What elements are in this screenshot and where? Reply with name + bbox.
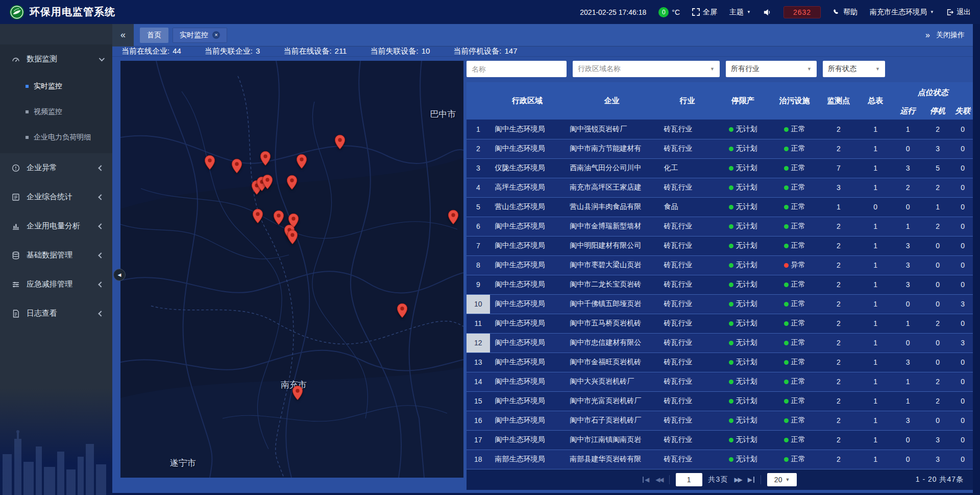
table-row[interactable]: 12阆中生态环境局阆中市忠信建材有限公砖瓦行业无计划正常21003 (467, 333, 973, 352)
chevron-left-icon (98, 311, 104, 316)
alarm-count-badge[interactable]: 2632 (783, 6, 821, 18)
sidebar-section-data-monitoring[interactable]: 数据监测 (0, 44, 112, 74)
tab-realtime-monitoring[interactable]: 实时监控× (173, 28, 227, 43)
table-row[interactable]: 2阆中生态环境局阆中市南方节能建材有砖瓦行业无计划正常21030 (467, 139, 973, 158)
sidebar-item-realtime-monitoring[interactable]: 实时监控 (0, 74, 112, 99)
table-row[interactable]: 13阆中生态环境局阆中市金福旺页岩机砖砖瓦行业无计划正常21300 (467, 352, 973, 372)
table-row[interactable]: 1阆中生态环境局阆中强锐页岩砖厂砖瓦行业无计划正常21120 (467, 120, 973, 139)
cell-company: 阆中市江南镇阆南页岩 (565, 430, 658, 450)
status-dot-icon (729, 282, 733, 287)
facility-status-text: 正常 (791, 455, 805, 463)
sidebar-item-power-load-detail[interactable]: 企业电力负荷明细 (0, 125, 112, 150)
table-row[interactable]: 10阆中生态环境局阆中千佛镇五郎垭页岩砖瓦行业无计划正常21003 (467, 294, 973, 314)
stat-label: 当前停机设备: (453, 46, 501, 56)
map-pin-icon[interactable] (397, 303, 408, 320)
map-pin-icon[interactable] (260, 151, 271, 168)
alarm-speaker[interactable] (763, 9, 771, 16)
cell-facility-status: 正常 (770, 178, 819, 197)
tabs-scroll-left-button[interactable]: « (112, 24, 134, 46)
cell-stop: 2 (923, 391, 952, 411)
table-row[interactable]: 4高坪生态环境局南充市高坪区王家店建砖瓦行业无计划正常31220 (467, 178, 973, 197)
org-dropdown[interactable]: 南充市生态环境局 ▼ (870, 8, 934, 17)
sidebar-section-power-analysis[interactable]: 企业用电量分析 (0, 211, 112, 241)
row-number: 13 (467, 352, 490, 372)
table-row[interactable]: 6阆中生态环境局阆中市金博瑞新型墙材砖瓦行业无计划正常21120 (467, 217, 973, 236)
header-disconnected[interactable]: 失联 (952, 103, 973, 120)
map-pin-icon[interactable] (273, 210, 284, 227)
fullscreen-button[interactable]: 全屏 (692, 8, 717, 17)
map-pin-icon[interactable] (448, 209, 459, 226)
map-pin-icon[interactable] (231, 158, 242, 175)
status-select[interactable]: 所有状态 ▼ (823, 61, 885, 77)
theme-dropdown[interactable]: 主题 ▼ (729, 8, 751, 17)
table-row[interactable]: 17阆中生态环境局阆中市江南镇阆南页岩砖瓦行业无计划正常21030 (467, 430, 973, 450)
table-row[interactable]: 16阆中生态环境局阆中市石子页岩机砖厂砖瓦行业无计划正常21300 (467, 411, 973, 430)
map-pin-icon[interactable] (204, 155, 215, 172)
pager-next-icon[interactable]: ▶▶ (734, 477, 741, 483)
cell-limit-status: 无计划 (716, 294, 770, 314)
header-company[interactable]: 企业 (565, 82, 658, 120)
cell-stop: 0 (923, 236, 952, 255)
sidebar-section-basic-data[interactable]: 基础数据管理 (0, 241, 112, 270)
header-facility-status[interactable]: 治污设施 (770, 82, 819, 120)
cell-region: 阆中生态环境局 (490, 236, 565, 255)
cell-run: 0 (893, 450, 922, 469)
table-row[interactable]: 15阆中生态环境局阆中市光富页岩机砖厂砖瓦行业无计划正常21120 (467, 391, 973, 411)
tabs-scroll-right-button[interactable]: » (925, 31, 929, 40)
table-row[interactable]: 11阆中生态环境局阆中市五马桥页岩机砖砖瓦行业无计划正常21120 (467, 314, 973, 333)
pager-first-icon[interactable]: ◀ (643, 477, 649, 483)
cell-facility-status: 正常 (770, 411, 819, 430)
map-pin-icon[interactable] (292, 385, 303, 402)
page-number-input[interactable] (676, 473, 702, 486)
map-pin-icon[interactable] (252, 208, 263, 225)
header-total-meters[interactable]: 总表 (858, 82, 893, 120)
map-pin-icon[interactable] (296, 154, 307, 171)
header-stopped[interactable]: 停机 (923, 103, 952, 120)
header-industry[interactable]: 行业 (659, 82, 716, 120)
sidebar-section-enterprise-abnormal[interactable]: 企业异常 (0, 153, 112, 182)
table-row[interactable]: 18南部生态环境局南部县建华页岩砖有限砖瓦行业无计划正常21030 (467, 450, 973, 469)
sidebar-section-label: 数据监测 (27, 54, 99, 64)
header-limit-status[interactable]: 停限产 (716, 82, 770, 120)
table-row[interactable]: 9阆中生态环境局阆中市二龙长宝页岩砖砖瓦行业无计划正常21300 (467, 275, 973, 294)
sidebar-section-log-view[interactable]: 日志查看 (0, 299, 112, 328)
logout-button[interactable]: 退出 (946, 8, 971, 17)
table-row[interactable]: 7阆中生态环境局阆中明阳建材有限公司砖瓦行业无计划正常21300 (467, 236, 973, 255)
status-dot-icon (729, 438, 733, 442)
header-monitor-points[interactable]: 监测点 (819, 82, 858, 120)
close-operations-button[interactable]: 关闭操作 (936, 31, 965, 40)
map-pin-icon[interactable] (262, 174, 273, 191)
tab-home[interactable]: 首页 (140, 28, 168, 43)
header-running[interactable]: 运行 (893, 103, 922, 120)
tab-close-icon[interactable]: × (212, 31, 220, 39)
header-region[interactable]: 行政区域 (490, 82, 565, 120)
name-search-input[interactable] (467, 61, 567, 77)
map[interactable]: 巴中市南充市遂宁市 (120, 61, 463, 478)
pager-prev-icon[interactable]: ◀◀ (655, 477, 663, 483)
map-pin-icon[interactable] (286, 175, 298, 192)
sidebar-section-emergency-management[interactable]: 应急减排管理 (0, 270, 112, 299)
table-row[interactable]: 8阆中生态环境局阆中市枣碧大梁山页岩砖瓦行业无计划异常21300 (467, 255, 973, 275)
row-number: 14 (467, 372, 490, 391)
help-button[interactable]: 帮助 (833, 8, 857, 17)
cell-points: 2 (819, 450, 858, 469)
map-pin-icon[interactable] (334, 134, 346, 151)
pager-last-icon[interactable]: ▶ (748, 477, 754, 483)
region-select[interactable]: 行政区域名称 ▼ (573, 61, 720, 77)
map-collapse-toggle[interactable]: ◀ (113, 269, 126, 281)
map-pin-icon[interactable] (287, 229, 298, 246)
table-row[interactable]: 3仪陇生态环境局西南油气田分公司川中化工无计划正常71350 (467, 158, 973, 178)
cell-run: 0 (893, 197, 922, 217)
facility-status-text: 正常 (791, 396, 805, 405)
industry-select[interactable]: 所有行业 ▼ (726, 61, 817, 77)
logout-label: 退出 (957, 8, 971, 17)
sidebar-section-enterprise-statistics[interactable]: 企业综合统计 (0, 182, 112, 211)
table-row[interactable]: 14阆中生态环境局阆中大兴页岩机砖厂砖瓦行业无计划正常21120 (467, 372, 973, 391)
cell-stop: 2 (923, 120, 952, 139)
sidebar-item-video-monitoring[interactable]: 视频监控 (0, 99, 112, 125)
page-size-select[interactable]: 20 ▼ (767, 473, 797, 486)
temperature-badge: 0 (658, 7, 669, 17)
table-row[interactable]: 5营山生态环境局营山县润丰肉食品有限食品无计划正常10010 (467, 197, 973, 217)
cell-meters: 1 (858, 430, 893, 450)
cell-company: 阆中市二龙长宝页岩砖 (565, 275, 658, 294)
